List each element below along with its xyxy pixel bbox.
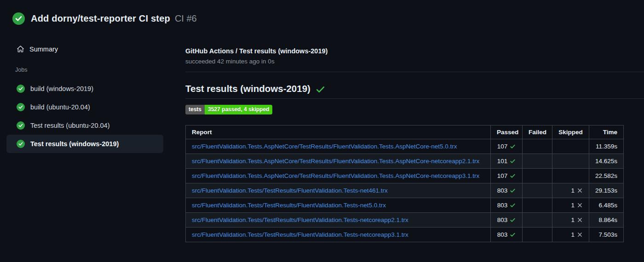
sidebar-job-item-1[interactable]: build (ubuntu-20.04) — [6, 98, 163, 116]
table-header-row: Report Passed Failed Skipped Time — [186, 125, 624, 139]
table-row: src/FluentValidation.Tests/TestResults/F… — [186, 213, 624, 228]
check-icon — [510, 173, 516, 179]
success-check-icon — [316, 85, 325, 94]
failed-cell — [523, 169, 552, 183]
time-cell: 11.359s — [589, 139, 624, 154]
time-cell: 8.864s — [589, 213, 624, 228]
skipped-count: 1 — [571, 202, 575, 209]
results-heading-text: Test results (windows-2019) — [185, 83, 310, 94]
check-icon — [510, 188, 516, 194]
workflow-run-number: CI #6 — [175, 13, 197, 24]
passed-count: 107 — [497, 172, 508, 179]
sidebar-item-summary[interactable]: Summary — [11, 42, 163, 56]
failed-cell — [523, 198, 552, 213]
badge-label: tests — [185, 105, 205, 114]
sidebar-job-label: build (windows-2019) — [30, 85, 93, 92]
tests-badge: tests 3527 passed, 4 skipped — [185, 105, 272, 114]
time-cell: 14.625s — [589, 154, 624, 169]
skipped-count: 1 — [571, 231, 575, 238]
check-icon — [510, 217, 516, 223]
x-icon — [577, 232, 583, 238]
passed-count: 107 — [497, 143, 508, 150]
jobs-section-label: Jobs — [15, 67, 27, 73]
x-icon — [577, 202, 583, 208]
results-section-heading: Test results (windows-2019) — [185, 83, 644, 99]
table-row: src/FluentValidation.Tests/TestResults/F… — [186, 228, 624, 242]
skipped-count: 1 — [571, 216, 575, 223]
failed-cell — [523, 139, 552, 154]
sidebar-summary-label: Summary — [29, 46, 58, 53]
success-check-circle-icon — [17, 121, 25, 130]
sidebar-job-label: Test results (windows-2019) — [30, 140, 119, 148]
failed-cell — [523, 154, 552, 169]
table-row: src/FluentValidation.Tests/TestResults/F… — [186, 198, 624, 213]
x-icon — [577, 217, 583, 223]
passed-count: 803 — [497, 231, 508, 238]
check-icon — [510, 143, 516, 149]
success-check-circle-icon — [17, 85, 25, 93]
time-cell: 29.153s — [589, 183, 624, 198]
report-link[interactable]: src/FluentValidation.Tests/TestResults/F… — [192, 231, 408, 238]
table-row: src/FluentValidation.Tests.AspNetCore/Te… — [186, 139, 624, 154]
passed-count: 803 — [497, 187, 508, 194]
badge-value: 3527 passed, 4 skipped — [205, 105, 272, 114]
test-results-table: Report Passed Failed Skipped Time src/Fl… — [185, 125, 624, 242]
column-header-report: Report — [186, 125, 491, 139]
table-row: src/FluentValidation.Tests.AspNetCore/Te… — [186, 154, 624, 169]
time-cell: 7.503s — [589, 228, 624, 242]
sidebar-job-label: build (ubuntu-20.04) — [30, 103, 90, 111]
column-header-skipped: Skipped — [552, 125, 589, 139]
sidebar-job-item-0[interactable]: build (windows-2019) — [6, 80, 163, 98]
time-cell: 6.485s — [589, 198, 624, 213]
divider — [185, 72, 644, 72]
check-icon — [510, 158, 516, 164]
report-link[interactable]: src/FluentValidation.Tests/TestResults/F… — [192, 187, 388, 194]
run-header: Add dorny/test-reporter CI step CI #6 — [12, 12, 197, 25]
report-link[interactable]: src/FluentValidation.Tests.AspNetCore/Te… — [192, 143, 457, 150]
report-link[interactable]: src/FluentValidation.Tests/TestResults/F… — [192, 216, 408, 223]
passed-count: 803 — [497, 216, 508, 223]
passed-count: 101 — [497, 158, 508, 165]
failed-cell — [523, 183, 552, 198]
workflow-run-title: Add dorny/test-reporter CI step — [31, 13, 170, 24]
sidebar-job-label: Test results (ubuntu-20.04) — [30, 122, 109, 129]
report-link[interactable]: src/FluentValidation.Tests.AspNetCore/Te… — [192, 172, 479, 179]
report-link[interactable]: src/FluentValidation.Tests.AspNetCore/Te… — [192, 158, 479, 165]
success-check-circle-icon — [17, 140, 25, 148]
check-run-title: GitHub Actions / Test results (windows-2… — [185, 47, 328, 55]
sidebar-job-item-3[interactable]: Test results (windows-2019) — [6, 135, 163, 153]
check-icon — [510, 202, 516, 208]
table-row: src/FluentValidation.Tests/TestResults/F… — [186, 183, 624, 198]
column-header-time: Time — [589, 125, 624, 139]
skipped-count: 1 — [571, 187, 575, 194]
passed-count: 803 — [497, 202, 508, 209]
table-row: src/FluentValidation.Tests.AspNetCore/Te… — [186, 169, 624, 183]
check-run-status-line: succeeded 42 minutes ago in 0s — [185, 58, 275, 65]
x-icon — [577, 188, 583, 194]
report-link[interactable]: src/FluentValidation.Tests/TestResults/F… — [192, 202, 386, 209]
success-check-circle-icon — [17, 103, 25, 111]
check-icon — [510, 232, 516, 238]
failed-cell — [523, 213, 552, 228]
column-header-failed: Failed — [523, 125, 552, 139]
success-check-circle-icon — [12, 12, 25, 25]
failed-cell — [523, 228, 552, 242]
time-cell: 22.582s — [589, 169, 624, 183]
home-icon — [17, 45, 24, 53]
sidebar-job-item-2[interactable]: Test results (ubuntu-20.04) — [6, 116, 163, 135]
jobs-list: build (windows-2019) build (ubuntu-20.04… — [6, 80, 163, 153]
column-header-passed: Passed — [491, 125, 523, 139]
